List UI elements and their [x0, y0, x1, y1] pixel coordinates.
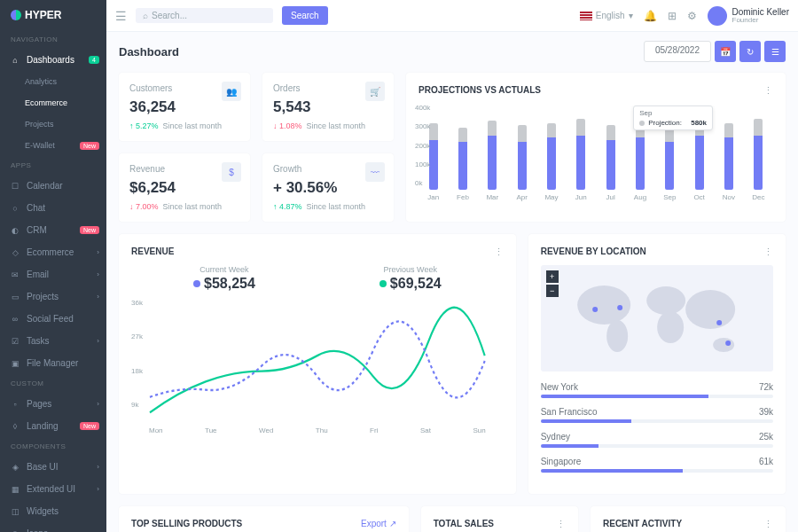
sidebar-item-widgets[interactable]: ◫Widgets: [0, 500, 106, 522]
bar-aug[interactable]: Aug: [630, 121, 649, 201]
home-icon: ⌂: [11, 56, 20, 65]
search-icon: ⌕: [143, 11, 148, 20]
chevron-right-icon: ›: [97, 270, 99, 278]
tasks-icon: ☑: [11, 337, 20, 346]
notifications-icon[interactable]: 🔔: [644, 10, 657, 22]
search-input[interactable]: ⌕Search...: [136, 8, 273, 23]
bar-may[interactable]: May: [542, 123, 560, 201]
chart-tooltip: Sep Projection: 580k: [633, 106, 713, 130]
logo[interactable]: HYPER: [0, 0, 106, 30]
bar-feb[interactable]: Feb: [453, 128, 472, 201]
sidebar-item-extui[interactable]: ▦Extended UI›: [0, 478, 106, 500]
sidebar-item-file[interactable]: ▣File Manager: [0, 352, 106, 374]
refresh-button[interactable]: ↻: [739, 41, 761, 62]
sidebar-item-email[interactable]: ✉Email›: [0, 263, 106, 286]
ewallet-badge: New: [80, 142, 99, 150]
pulse-icon: 〰: [365, 162, 385, 182]
nav-section-apps: APPS: [0, 156, 106, 175]
page-title: Dashboard: [119, 45, 179, 59]
sidebar-item-projects2[interactable]: ▭Projects›: [0, 286, 106, 308]
card-menu-icon[interactable]: ⋮: [763, 85, 773, 97]
svg-point-3: [657, 311, 684, 343]
card-menu-icon[interactable]: ⋮: [494, 246, 504, 258]
sidebar-item-social[interactable]: ∞Social Feed: [0, 308, 106, 330]
projections-chart: 400k300k200k100k0k Sep Projection: 580k …: [419, 104, 773, 201]
sidebar-item-ecommerce[interactable]: Ecommerce: [0, 92, 106, 113]
nav-section-navigation: NAVIGATION: [0, 30, 106, 49]
sidebar-item-analytics[interactable]: Analytics: [0, 71, 106, 92]
sidebar-item-icons[interactable]: ◉Icons›: [0, 522, 106, 532]
extui-icon: ▦: [11, 485, 20, 494]
revenue-card: REVENUE ⋮ Current Week $58,254 Previous …: [119, 234, 516, 494]
sidebar-item-projects[interactable]: Projects: [0, 113, 106, 135]
main: ☰ ⌕Search... Search English ▾ 🔔 ⊞ ⚙ Domi…: [106, 0, 798, 532]
cart-icon: 🛒: [365, 82, 385, 101]
card-menu-icon[interactable]: ⋮: [763, 519, 773, 530]
bar-jun[interactable]: Jun: [572, 119, 591, 201]
card-menu-icon[interactable]: ⋮: [556, 519, 566, 530]
bar-apr[interactable]: Apr: [512, 125, 531, 201]
stat-revenue: $ Revenue $6,254 ↓ 7.00% Since last mont…: [119, 153, 250, 222]
chat-icon: ○: [11, 204, 20, 213]
zoom-out-button[interactable]: −: [546, 285, 559, 297]
location-singapore: Singapore61k: [541, 457, 773, 473]
svg-point-0: [577, 286, 630, 325]
sidebar-item-crm[interactable]: ◐CRMNew: [0, 219, 106, 241]
filter-button[interactable]: ☰: [764, 41, 786, 62]
bar-mar[interactable]: Mar: [483, 121, 502, 201]
crm-icon: ◐: [11, 226, 20, 235]
cart-icon: ◇: [11, 248, 20, 257]
content: Dashboard 05/28/2022 📅 ↻ ☰ 👥 Customers 3…: [106, 32, 798, 532]
user-menu[interactable]: Dominic Keller Founder: [708, 6, 789, 26]
products-card: TOP SELLING PRODUCTS Export ASOS Ridley …: [119, 506, 409, 532]
svg-point-9: [725, 340, 731, 346]
sidebar-item-dashboards[interactable]: ⌂Dashboards4: [0, 49, 106, 71]
sidebar-item-ewallet[interactable]: E-WalletNew: [0, 135, 106, 156]
sidebar-item-calendar[interactable]: ☐Calendar: [0, 175, 106, 197]
svg-point-1: [606, 320, 628, 352]
sidebar-item-chat[interactable]: ○Chat: [0, 197, 106, 219]
card-menu-icon[interactable]: ⋮: [763, 246, 773, 258]
location-sydney: Sydney25k: [541, 432, 773, 448]
search-button[interactable]: Search: [282, 6, 328, 25]
dashboards-badge: 4: [89, 56, 99, 64]
avatar: [708, 6, 727, 26]
sidebar-item-tasks[interactable]: ☑Tasks›: [0, 330, 106, 352]
revenue-line-chart: 36k27k18k9k: [131, 299, 504, 423]
app-grid-icon[interactable]: ⊞: [668, 10, 677, 22]
date-picker[interactable]: 05/28/2022: [644, 41, 711, 62]
location-card: REVENUE BY LOCATION ⋮ + − New York72kSan…: [528, 234, 786, 494]
sidebar-item-pages[interactable]: ▫Pages›: [0, 393, 106, 415]
email-icon: ✉: [11, 270, 20, 279]
landing-icon: ◊: [11, 422, 20, 431]
dollar-icon: $: [222, 162, 241, 182]
sidebar-item-landing[interactable]: ◊LandingNew: [0, 415, 106, 437]
baseui-icon: ◈: [11, 463, 20, 472]
svg-point-4: [685, 290, 735, 329]
calendar-button[interactable]: 📅: [715, 41, 736, 62]
calendar-icon: ☐: [11, 182, 20, 191]
bar-dec[interactable]: Dec: [749, 119, 768, 201]
bar-sep[interactable]: Sep: [661, 125, 679, 201]
landing-badge: New: [80, 422, 99, 430]
bar-nov[interactable]: Nov: [719, 123, 738, 201]
zoom-in-button[interactable]: +: [546, 270, 559, 283]
widgets-icon: ◫: [11, 507, 20, 516]
settings-icon[interactable]: ⚙: [687, 10, 697, 22]
crm-badge: New: [80, 226, 99, 234]
language-selector[interactable]: English ▾: [580, 11, 633, 20]
svg-point-7: [617, 305, 622, 310]
export-link[interactable]: Export: [361, 519, 396, 528]
sidebar-item-baseui[interactable]: ◈Base UI›: [0, 456, 106, 478]
chevron-right-icon: ›: [97, 293, 99, 301]
sidebar-item-ecom[interactable]: ◇Ecommerce›: [0, 241, 106, 263]
bar-jul[interactable]: Jul: [601, 125, 620, 201]
menu-toggle-icon[interactable]: ☰: [115, 9, 127, 23]
svg-point-5: [713, 338, 734, 352]
stat-orders: 🛒 Orders 5,543 ↓ 1.08% Since last month: [262, 73, 394, 141]
world-map[interactable]: + −: [541, 265, 773, 372]
share-icon: ∞: [11, 315, 20, 324]
nav-section-custom: CUSTOM: [0, 374, 106, 393]
page-header: Dashboard 05/28/2022 📅 ↻ ☰: [119, 41, 786, 62]
pages-icon: ▫: [11, 400, 20, 409]
